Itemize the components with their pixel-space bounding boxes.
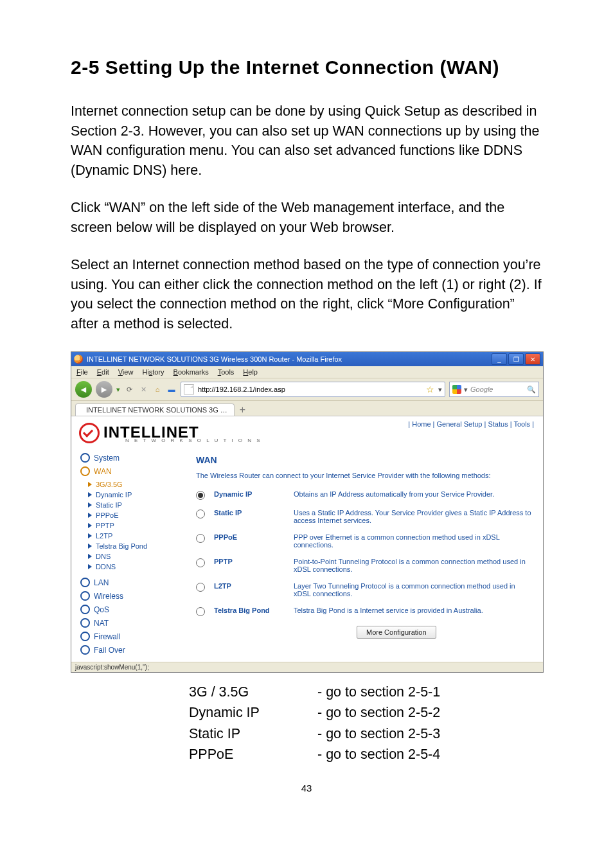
wan-title: WAN: [196, 455, 531, 465]
url-dropdown-icon[interactable]: ▾: [438, 385, 442, 394]
radio-icon[interactable]: [196, 583, 205, 592]
sidebar-subitem-pptp[interactable]: PPTP: [80, 520, 184, 531]
sidebar-subitem-pppoe[interactable]: PPPoE: [80, 510, 184, 520]
radio-icon[interactable]: [196, 607, 205, 616]
radio-icon[interactable]: [196, 558, 205, 567]
option-description: Point-to-Point Tunneling Protocol is a c…: [294, 558, 531, 573]
sidebar-item-nat[interactable]: NAT: [80, 616, 184, 630]
history-dropdown-icon[interactable]: ▾: [116, 385, 120, 394]
menu-bookmarks[interactable]: Bookmarks: [173, 368, 209, 376]
sidebar-item-system[interactable]: System: [80, 451, 184, 465]
ref-name: 3G / 3.5G: [189, 682, 317, 702]
wan-option-l2tp[interactable]: L2TPLayer Two Tunneling Protocol is a co…: [196, 578, 531, 602]
close-button[interactable]: ✕: [525, 353, 540, 365]
search-icon[interactable]: 🔍: [527, 385, 536, 394]
triangle-icon: [88, 564, 92, 569]
ref-goto: - go to section 2-5-3: [317, 723, 440, 744]
back-button[interactable]: ◄: [75, 381, 92, 398]
sidebar-subitem-l2tp[interactable]: L2TP: [80, 531, 184, 541]
sidebar-item-wireless[interactable]: Wireless: [80, 589, 184, 603]
sidebar-item-wan[interactable]: WAN: [80, 465, 184, 478]
page-icon: [184, 384, 194, 394]
maximize-button[interactable]: ❐: [508, 353, 524, 365]
gear-icon: [80, 453, 90, 463]
intro-paragraph-3: Select an Internet connection method bas…: [71, 255, 542, 333]
wan-intro: The Wireless Router can connect to your …: [196, 472, 531, 479]
favorite-star-icon[interactable]: ☆: [426, 384, 434, 394]
option-description: Layer Two Tunneling Protocol is a common…: [294, 582, 531, 598]
wan-option-pptp[interactable]: PPTPPoint-to-Point Tunneling Protocol is…: [196, 553, 531, 578]
new-tab-button[interactable]: +: [236, 404, 249, 416]
ref-row: PPPoE- go to section 2-5-4: [189, 744, 542, 765]
triangle-icon: [88, 544, 92, 549]
wan-options: Dynamic IPObtains an IP Address automati…: [196, 486, 531, 621]
option-description: Telstra Big Pond is a Internet service i…: [294, 607, 531, 614]
sidebar-item-lan[interactable]: LAN: [80, 576, 184, 589]
option-label: L2TP: [214, 582, 285, 590]
triangle-icon: [88, 502, 92, 508]
menu-file[interactable]: File: [76, 368, 88, 376]
wan-option-telstra-big-pond[interactable]: Telstra Big PondTelstra Big Pond is a In…: [196, 602, 531, 621]
ref-name: Dynamic IP: [189, 702, 317, 723]
top-links[interactable]: | Home | General Setup | Status | Tools …: [408, 420, 534, 428]
bookmark-icon[interactable]: ▬: [166, 384, 177, 394]
more-configuration-button[interactable]: More Configuration: [357, 626, 436, 639]
radio-icon[interactable]: [196, 534, 205, 543]
ref-goto: - go to section 2-5-4: [317, 744, 440, 765]
forward-button[interactable]: ►: [96, 381, 112, 398]
browser-status-bar: javascript:showMenu(1,'');: [71, 662, 543, 672]
sidebar-item-label: DDNS: [96, 563, 116, 571]
wan-option-static-ip[interactable]: Static IPUses a Static IP Address. Your …: [196, 504, 531, 529]
menu-tools[interactable]: Tools: [218, 368, 235, 376]
sidebar-subitem-telstra-big-pond[interactable]: Telstra Big Pond: [80, 541, 184, 551]
sidebar-subitem-ddns[interactable]: DDNS: [80, 562, 184, 572]
menu-help[interactable]: Help: [243, 368, 258, 376]
ref-row: Dynamic IP- go to section 2-5-2: [189, 702, 542, 723]
minimize-button[interactable]: _: [492, 353, 507, 365]
stop-icon[interactable]: ✕: [138, 384, 148, 394]
menu-edit[interactable]: Edit: [97, 368, 109, 376]
intro-paragraph-2: Click “WAN” on the left side of the Web …: [71, 198, 542, 237]
home-icon[interactable]: ⌂: [152, 384, 163, 394]
menu-history[interactable]: History: [142, 368, 164, 376]
ref-goto: - go to section 2-5-2: [317, 702, 440, 723]
sidebar-item-fail-over[interactable]: Fail Over: [80, 643, 184, 657]
radio-icon[interactable]: [196, 509, 205, 518]
radio-icon[interactable]: [196, 491, 205, 500]
brand-subtitle: N E T W O R K S O L U T I O N S: [125, 438, 262, 443]
ref-row: 3G / 3.5G- go to section 2-5-1: [189, 682, 542, 702]
wan-option-dynamic-ip[interactable]: Dynamic IPObtains an IP Address automati…: [196, 486, 531, 504]
window-controls: _ ❐ ✕: [492, 353, 540, 365]
sidebar-subitem-dynamic-ip[interactable]: Dynamic IP: [80, 490, 184, 500]
sidebar-item-label: Static IP: [96, 501, 122, 509]
sidebar-item-qos[interactable]: QoS: [80, 603, 184, 616]
window-titlebar: INTELLINET NETWORK SOLUTIONS 3G Wireless…: [71, 352, 543, 366]
router-sidebar: SystemWAN3G/3.5GDynamic IPStatic IPPPPoE…: [71, 446, 184, 662]
gear-icon: [80, 578, 90, 587]
address-bar[interactable]: http://192.168.2.1/index.asp ☆ ▾: [181, 382, 445, 397]
triangle-icon: [88, 523, 92, 528]
sidebar-subitem-dns[interactable]: DNS: [80, 551, 184, 562]
gear-icon: [80, 618, 90, 628]
sidebar-item-label: Fail Over: [94, 646, 125, 655]
menu-view[interactable]: View: [118, 368, 134, 376]
option-label: Telstra Big Pond: [214, 607, 285, 614]
wan-option-pppoe[interactable]: PPPoEPPP over Ethernet is a common conne…: [196, 529, 531, 553]
sidebar-item-firewall[interactable]: Firewall: [80, 630, 184, 643]
browser-tab[interactable]: INTELLINET NETWORK SOLUTIONS 3G …: [75, 403, 235, 416]
gear-icon: [80, 645, 90, 655]
option-label: PPTP: [214, 558, 285, 565]
option-label: Dynamic IP: [214, 490, 285, 498]
browser-screenshot: INTELLINET NETWORK SOLUTIONS 3G Wireless…: [71, 351, 544, 673]
gear-icon: [80, 605, 90, 614]
sidebar-item-label: PPPoE: [96, 511, 118, 519]
sidebar-subitem-3g-3-5g[interactable]: 3G/3.5G: [80, 479, 184, 490]
reload-icon[interactable]: ⟳: [124, 384, 134, 394]
sidebar-subitem-static-ip[interactable]: Static IP: [80, 500, 184, 510]
ref-name: Static IP: [189, 723, 317, 744]
window-title: INTELLINET NETWORK SOLUTIONS 3G Wireless…: [87, 355, 342, 363]
url-text: http://192.168.2.1/index.asp: [198, 385, 285, 393]
sidebar-item-label: LAN: [94, 578, 109, 587]
search-box[interactable]: ▾ Google 🔍: [449, 382, 539, 397]
option-description: Obtains an IP Address automatically from…: [294, 490, 531, 498]
